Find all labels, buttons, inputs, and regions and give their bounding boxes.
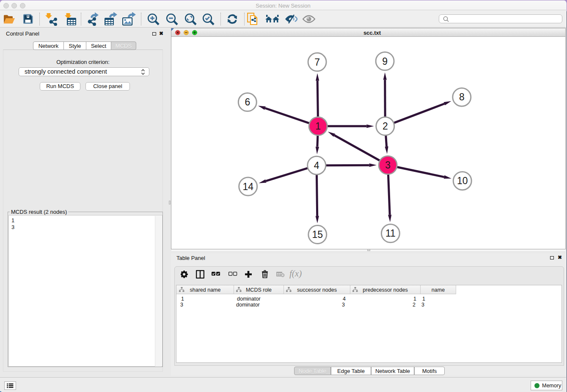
svg-text:4: 4	[314, 160, 319, 171]
svg-text:8: 8	[459, 91, 465, 102]
svg-text:9: 9	[382, 56, 388, 67]
svg-text:10: 10	[457, 175, 468, 186]
svg-text:7: 7	[314, 57, 320, 68]
svg-text:14: 14	[242, 181, 253, 192]
svg-text:1: 1	[315, 121, 321, 132]
svg-text:11: 11	[385, 228, 396, 239]
svg-text:6: 6	[245, 97, 250, 108]
svg-text:3: 3	[385, 160, 391, 171]
svg-text:15: 15	[312, 229, 323, 240]
svg-text:2: 2	[383, 121, 388, 132]
